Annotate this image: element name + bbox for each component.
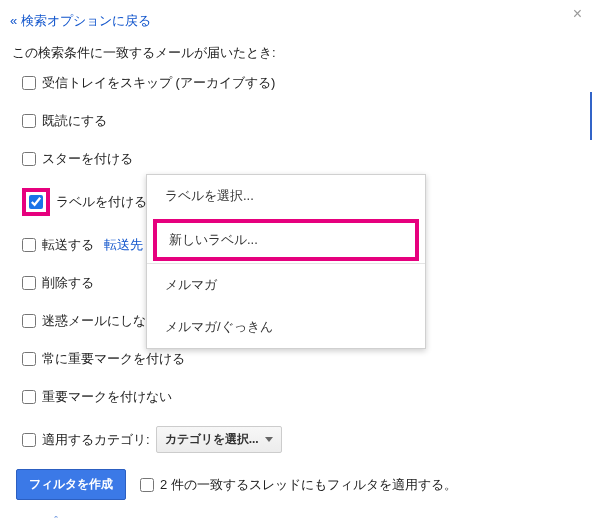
forward-label: 転送する — [42, 236, 94, 254]
help-link[interactable]: ヘルプ — [18, 514, 57, 518]
mark-read-checkbox[interactable] — [22, 114, 36, 128]
forward-checkbox[interactable] — [22, 238, 36, 252]
intro-text: この検索条件に一致するメールが届いたとき: — [12, 44, 584, 62]
star-checkbox[interactable] — [22, 152, 36, 166]
apply-label-checkbox[interactable] — [29, 195, 43, 209]
option-skip-inbox: 受信トレイをスキップ (アーカイブする) — [22, 74, 584, 92]
skip-inbox-label: 受信トレイをスキップ (アーカイブする) — [42, 74, 275, 92]
delete-label: 削除する — [42, 274, 94, 292]
label-popup-choose[interactable]: ラベルを選択... — [147, 175, 425, 217]
never-important-label: 重要マークを付けない — [42, 388, 172, 406]
footer: フィルタを作成 2 件の一致するスレッドにもフィルタを適用する。 — [16, 469, 584, 500]
option-never-important: 重要マークを付けない — [22, 388, 584, 406]
apply-category-checkbox[interactable] — [22, 433, 36, 447]
mark-read-label: 既読にする — [42, 112, 107, 130]
always-important-checkbox[interactable] — [22, 352, 36, 366]
option-always-important: 常に重要マークを付ける — [22, 350, 584, 368]
category-select-dropdown[interactable]: カテゴリを選択... — [156, 426, 282, 453]
star-label: スターを付ける — [42, 150, 133, 168]
never-spam-checkbox[interactable] — [22, 314, 36, 328]
back-to-search-options-link[interactable]: « 検索オプションに戻る — [10, 12, 151, 30]
apply-to-existing-label: 2 件の一致するスレッドにもフィルタを適用する。 — [160, 476, 457, 494]
category-select-value: カテゴリを選択... — [165, 431, 259, 448]
label-popup-item-2[interactable]: メルマガ/ぐっきん — [147, 306, 425, 348]
skip-inbox-checkbox[interactable] — [22, 76, 36, 90]
option-mark-read: 既読にする — [22, 112, 584, 130]
option-star: スターを付ける — [22, 150, 584, 168]
apply-label-checkbox-highlight — [22, 188, 50, 216]
apply-to-existing-checkbox[interactable] — [140, 478, 154, 492]
create-filter-button[interactable]: フィルタを作成 — [16, 469, 126, 500]
never-spam-label: 迷惑メールにしな — [42, 312, 146, 330]
apply-category-label: 適用するカテゴリ: — [42, 431, 150, 449]
never-important-checkbox[interactable] — [22, 390, 36, 404]
delete-checkbox[interactable] — [22, 276, 36, 290]
label-popup-item-1[interactable]: メルマガ — [147, 264, 425, 306]
label-popup-new-label[interactable]: 新しいラベル... — [153, 219, 419, 261]
apply-to-existing-row: 2 件の一致するスレッドにもフィルタを適用する。 — [140, 476, 457, 494]
always-important-label: 常に重要マークを付ける — [42, 350, 185, 368]
apply-label-label: ラベルを付ける: — [56, 193, 151, 211]
label-select-popup: ラベルを選択... 新しいラベル... メルマガ メルマガ/ぐっきん — [146, 174, 426, 349]
option-apply-category: 適用するカテゴリ: カテゴリを選択... — [22, 426, 584, 453]
caret-down-icon — [265, 437, 273, 442]
forward-address-link[interactable]: 転送先 — [104, 236, 143, 254]
close-icon[interactable]: × — [573, 6, 582, 22]
